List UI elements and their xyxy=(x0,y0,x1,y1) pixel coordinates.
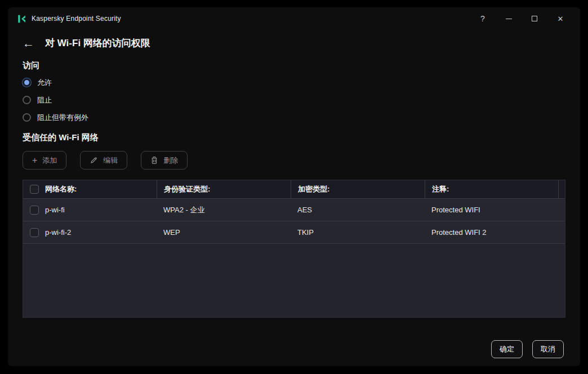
app-title: Kaspersky Endpoint Security xyxy=(32,15,121,23)
app-window: Kaspersky Endpoint Security ? ✕ ← 对 Wi-F… xyxy=(8,7,580,366)
column-header: 网络名称: xyxy=(45,184,77,194)
radio-label: 阻止 xyxy=(37,95,52,105)
cell-name: p-wi-fi xyxy=(23,206,157,215)
plus-icon: + xyxy=(32,156,37,165)
titlebar: Kaspersky Endpoint Security ? ✕ xyxy=(8,7,580,30)
trash-icon xyxy=(150,156,158,164)
minimize-icon xyxy=(506,19,512,19)
add-button[interactable]: + 添加 xyxy=(23,151,66,170)
footer: 确定 取消 xyxy=(8,331,580,367)
cell-encryption: TKIP xyxy=(291,228,425,237)
page-header: ← 对 Wi-Fi 网络的访问权限 xyxy=(23,34,565,51)
row-checkbox[interactable] xyxy=(30,206,39,215)
maximize-icon xyxy=(532,16,537,21)
header-cell-comment: 注释: xyxy=(425,180,558,198)
radio-unselected-icon[interactable] xyxy=(23,96,31,104)
cell-comment: Protected WIFI xyxy=(425,206,558,214)
header-scrollbar-spacer xyxy=(558,180,565,198)
radio-label: 阻止但带有例外 xyxy=(37,113,88,123)
row-checkbox[interactable] xyxy=(30,228,39,237)
delete-button-label: 删除 xyxy=(163,155,178,166)
column-header: 加密类型: xyxy=(298,184,329,194)
minimize-button[interactable] xyxy=(496,10,522,27)
header-cell-auth: 身份验证类型: xyxy=(157,180,291,198)
kaspersky-logo-icon xyxy=(17,14,26,24)
edit-button-label: 编辑 xyxy=(103,155,118,166)
radio-label: 允许 xyxy=(37,78,52,88)
table-toolbar: + 添加 编辑 xyxy=(23,151,565,170)
cell-encryption: AES xyxy=(291,206,425,214)
cell-auth: WPA2 - 企业 xyxy=(157,205,291,215)
cell-auth: WEP xyxy=(157,228,291,237)
table-empty-area xyxy=(23,243,565,317)
radio-unselected-icon[interactable] xyxy=(23,113,31,122)
add-button-label: 添加 xyxy=(42,155,57,166)
network-name: p-wi-fi-2 xyxy=(45,228,71,237)
table-row[interactable]: p-wi-fi-2 WEP TKIP Protected WIFI 2 xyxy=(23,221,565,243)
radio-selected-icon[interactable] xyxy=(23,78,31,87)
radio-option-block-with-exceptions[interactable]: 阻止但带有例外 xyxy=(23,112,565,123)
page-title: 对 Wi-Fi 网络的访问权限 xyxy=(45,37,150,50)
radio-option-allow[interactable]: 允许 xyxy=(23,77,565,88)
trusted-section-label: 受信任的 Wi-Fi 网络 xyxy=(23,132,565,143)
trusted-networks-table: 网络名称: 身份验证类型: 加密类型: 注释: p-wi-fi WPA2 xyxy=(23,180,565,318)
help-button[interactable]: ? xyxy=(470,10,496,27)
ok-button[interactable]: 确定 xyxy=(491,340,523,358)
maximize-button[interactable] xyxy=(522,10,547,27)
column-header: 身份验证类型: xyxy=(164,184,210,194)
access-radio-group: 允许 阻止 阻止但带有例外 xyxy=(23,77,565,123)
edit-button[interactable]: 编辑 xyxy=(80,151,127,170)
cell-name: p-wi-fi-2 xyxy=(23,228,157,237)
table-row[interactable]: p-wi-fi WPA2 - 企业 AES Protected WIFI xyxy=(23,198,565,221)
header-cell-name: 网络名称: xyxy=(23,180,157,198)
network-name: p-wi-fi xyxy=(45,206,65,214)
cell-comment: Protected WIFI 2 xyxy=(425,228,558,237)
header-cell-encryption: 加密类型: xyxy=(291,180,425,198)
delete-button[interactable]: 删除 xyxy=(141,151,188,170)
access-section-label: 访问 xyxy=(23,60,565,71)
cancel-button[interactable]: 取消 xyxy=(532,340,564,358)
select-all-checkbox[interactable] xyxy=(30,185,39,194)
column-header: 注释: xyxy=(432,184,449,194)
radio-option-block[interactable]: 阻止 xyxy=(23,94,565,106)
table-header-row: 网络名称: 身份验证类型: 加密类型: 注释: xyxy=(23,180,565,198)
back-arrow-icon[interactable]: ← xyxy=(23,37,39,49)
pencil-icon xyxy=(90,156,98,164)
main-content: ← 对 Wi-Fi 网络的访问权限 访问 允许 阻止 阻止但带有例外 受信任的 … xyxy=(8,30,580,318)
close-button[interactable]: ✕ xyxy=(547,10,573,27)
